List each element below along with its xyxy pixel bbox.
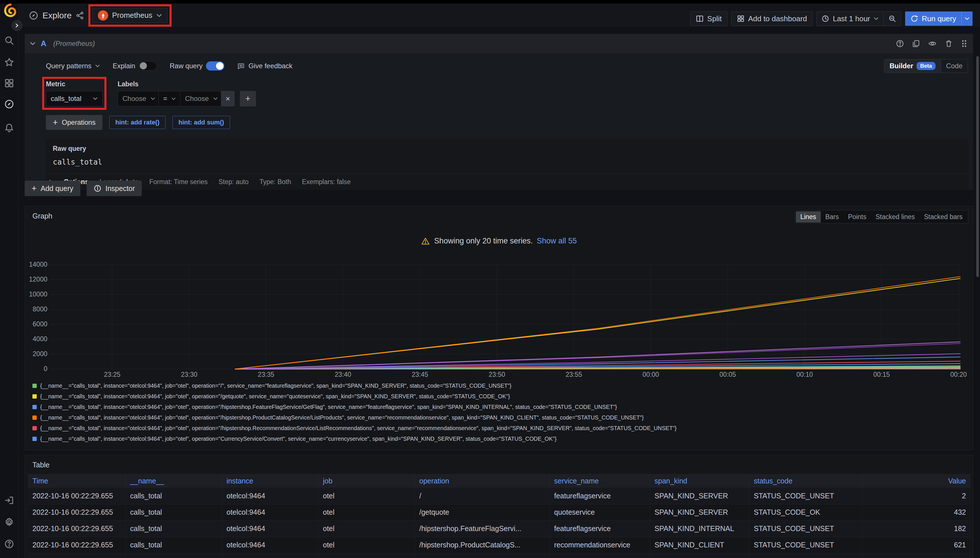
graph-mode-lines[interactable]: Lines bbox=[796, 211, 821, 223]
table-cell: /hipstershop.ProductCatalogS... bbox=[414, 537, 549, 553]
graph-mode-stacked-bars[interactable]: Stacked bars bbox=[919, 211, 967, 223]
show-all-series-link[interactable]: Show all 55 bbox=[537, 236, 577, 245]
code-mode-button[interactable]: Code bbox=[941, 59, 968, 72]
help-icon[interactable] bbox=[4, 538, 15, 550]
table-cell: STATUS_CODE_OK bbox=[749, 504, 862, 520]
query-row-header[interactable]: A (Prometheus) bbox=[25, 34, 973, 53]
top-strip bbox=[0, 0, 980, 3]
column-header-servicename[interactable]: service_name bbox=[549, 474, 650, 488]
graph-mode-bars[interactable]: Bars bbox=[821, 211, 844, 223]
run-query-button[interactable]: Run query bbox=[905, 11, 973, 26]
column-header-statuscode[interactable]: status_code bbox=[749, 474, 862, 488]
query-hint-button[interactable]: hint: add sum() bbox=[173, 116, 230, 129]
run-query-options-caret[interactable] bbox=[961, 11, 973, 26]
drag-handle-icon[interactable] bbox=[960, 39, 968, 48]
remove-label-filter-button[interactable]: × bbox=[221, 91, 235, 107]
table-cell: SPAN_KIND_SERVER bbox=[650, 553, 749, 558]
add-label-filter-button[interactable]: + bbox=[240, 91, 256, 107]
search-icon[interactable] bbox=[4, 35, 15, 46]
label-operator-select[interactable]: = bbox=[158, 91, 180, 107]
column-header-name[interactable]: __name__ bbox=[125, 474, 222, 488]
zoom-out-button[interactable] bbox=[883, 12, 901, 26]
graph-panel-title: Graph bbox=[33, 212, 52, 220]
dashboards-icon[interactable] bbox=[4, 78, 15, 89]
legend-item[interactable]: {__name__="calls_total", instance="otelc… bbox=[33, 381, 965, 391]
graph-mode-points[interactable]: Points bbox=[844, 211, 871, 223]
legend-item[interactable]: {__name__="calls_total", instance="otelc… bbox=[33, 402, 965, 412]
explore-icon[interactable] bbox=[4, 98, 15, 110]
table-cell: otelcol:9464 bbox=[222, 520, 318, 537]
sidebar-expand-button[interactable] bbox=[12, 20, 22, 31]
column-header-job[interactable]: job bbox=[318, 474, 414, 488]
table-cell: featureflagservice bbox=[549, 488, 650, 504]
table-cell: 2022-10-16 00:22:29.655 bbox=[28, 553, 125, 558]
warning-triangle-icon bbox=[421, 237, 430, 245]
scrollbar-thumb[interactable] bbox=[976, 56, 979, 277]
chevron-down-icon bbox=[150, 97, 156, 100]
query-option-item: Type: Both bbox=[260, 178, 291, 186]
table-row[interactable]: 2022-10-16 00:22:29.655calls_totalotelco… bbox=[28, 520, 970, 537]
legend-series-label: {__name__="calls_total", instance="otelc… bbox=[40, 414, 644, 421]
label-key-select[interactable]: Choose bbox=[118, 91, 158, 107]
table-row[interactable]: 2022-10-16 00:22:29.655calls_totalotelco… bbox=[28, 553, 970, 558]
table-cell: calls_total bbox=[125, 537, 222, 553]
time-picker-group: Last 1 hour bbox=[817, 11, 901, 26]
table-cell: STATUS_CODE_UNSET bbox=[749, 553, 862, 558]
collapse-chevron-icon[interactable] bbox=[30, 41, 36, 46]
table-cell: calls_total bbox=[125, 488, 222, 504]
duplicate-query-icon[interactable] bbox=[912, 39, 920, 48]
legend-item[interactable]: {__name__="calls_total", instance="otelc… bbox=[33, 423, 965, 433]
split-button[interactable]: Split bbox=[690, 11, 727, 26]
table-cell: 2022-10-16 00:22:29.655 bbox=[28, 504, 125, 520]
builder-mode-button[interactable]: Builder Beta bbox=[885, 59, 941, 72]
timeseries-chart[interactable] bbox=[43, 258, 964, 376]
table-row[interactable]: 2022-10-16 00:22:29.655calls_totalotelco… bbox=[28, 488, 970, 504]
legend-item[interactable]: {__name__="calls_total", instance="otelc… bbox=[33, 412, 965, 423]
delete-query-trash-icon[interactable] bbox=[944, 39, 953, 48]
query-options-collapsed[interactable]: Options Legend: AutoFormat: Time seriesS… bbox=[46, 174, 968, 190]
legend-item[interactable]: {__name__="calls_total", instance="otelc… bbox=[33, 391, 965, 402]
add-to-dashboard-button[interactable]: Add to dashboard bbox=[731, 11, 812, 26]
graph-mode-stacked-lines[interactable]: Stacked lines bbox=[871, 211, 919, 223]
results-table: Time__name__instancejoboperationservice_… bbox=[28, 474, 970, 558]
page-scrollbar[interactable] bbox=[976, 28, 980, 558]
query-hints: hint: add rate()hint: add sum() bbox=[109, 116, 230, 129]
sign-in-icon[interactable] bbox=[4, 495, 15, 506]
inspector-button[interactable]: Inspector bbox=[87, 181, 142, 196]
raw-query-toggle[interactable] bbox=[206, 61, 224, 71]
starred-icon[interactable] bbox=[4, 57, 15, 68]
explain-toggle[interactable] bbox=[138, 61, 157, 71]
time-range-picker[interactable]: Last 1 hour bbox=[817, 12, 883, 26]
grafana-logo[interactable] bbox=[3, 3, 17, 18]
table-cell: otel bbox=[318, 553, 414, 558]
query-hint-button[interactable]: hint: add rate() bbox=[109, 116, 166, 129]
refresh-icon bbox=[910, 15, 918, 23]
query-help-icon[interactable] bbox=[896, 39, 904, 48]
hide-query-eye-icon[interactable] bbox=[928, 39, 937, 48]
table-row[interactable]: 2022-10-16 00:22:29.655calls_totalotelco… bbox=[28, 504, 970, 520]
table-row[interactable]: 2022-10-16 00:22:29.655calls_totalotelco… bbox=[28, 537, 970, 553]
metric-select[interactable]: calls_total bbox=[46, 91, 103, 107]
add-operation-button[interactable]: + Operations bbox=[46, 115, 102, 130]
alerting-bell-icon[interactable] bbox=[4, 122, 15, 133]
beta-badge: Beta bbox=[917, 62, 935, 70]
column-header-instance[interactable]: instance bbox=[222, 474, 318, 488]
table-cell: SPAN_KIND_INTERNAL bbox=[650, 520, 749, 537]
give-feedback-link[interactable]: Give feedback bbox=[237, 62, 292, 70]
table-cell: otelcol:9464 bbox=[222, 488, 318, 504]
label-value-select[interactable]: Choose bbox=[180, 91, 221, 107]
legend-color-marker bbox=[33, 405, 37, 409]
column-header-Time[interactable]: Time bbox=[28, 474, 125, 488]
table-cell: calls_total bbox=[125, 520, 222, 537]
page-title: Explore bbox=[43, 11, 72, 20]
column-header-operation[interactable]: operation bbox=[414, 474, 549, 488]
query-patterns-dropdown[interactable]: Query patterns bbox=[46, 62, 100, 70]
legend-item[interactable]: {__name__="calls_total", instance="otelc… bbox=[33, 433, 965, 444]
table-cell: quoteservice bbox=[549, 504, 650, 520]
datasource-picker[interactable]: Prometheus bbox=[92, 8, 168, 23]
settings-gear-icon[interactable] bbox=[4, 517, 15, 528]
add-query-button[interactable]: + Add query bbox=[25, 181, 81, 196]
column-header-Value[interactable]: Value bbox=[862, 474, 970, 488]
column-header-spankind[interactable]: span_kind bbox=[650, 474, 749, 488]
share-icon[interactable] bbox=[76, 11, 84, 20]
